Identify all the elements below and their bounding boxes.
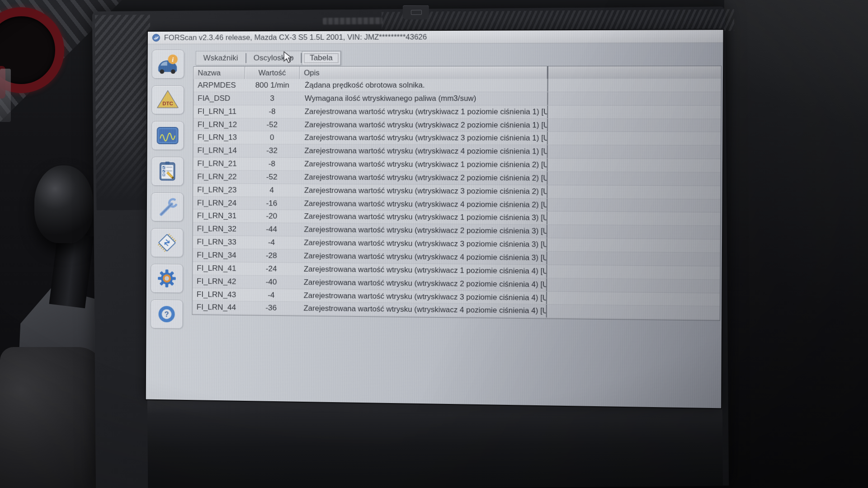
mouse-cursor xyxy=(283,51,295,63)
help-icon: ? xyxy=(155,304,179,325)
cell-filler xyxy=(547,198,720,212)
cell-description: Zarejestrowana wartość wtrysku (wtryskiw… xyxy=(299,236,547,251)
table-row[interactable]: ARPMDES 800 1/min Żądana prędkość obroto… xyxy=(193,79,721,92)
sidebar: i DTC xyxy=(146,44,193,400)
cell-description: Zarejestrowana wartość wtrysku (wtryskiw… xyxy=(299,158,547,171)
cell-filler xyxy=(546,252,720,266)
cell-name: ARPMDES xyxy=(193,79,245,92)
chip-icon xyxy=(155,232,179,253)
cell-filler xyxy=(547,211,720,225)
cell-name: FI_LRN_41 xyxy=(193,262,244,275)
sidebar-item-help[interactable]: ? xyxy=(151,300,183,329)
cell-value: -52 xyxy=(245,118,299,131)
sidebar-item-tests[interactable] xyxy=(151,157,184,186)
car-interior-right xyxy=(724,0,868,488)
app-body: i DTC xyxy=(146,43,723,408)
cell-name: FI_LRN_24 xyxy=(193,197,245,210)
cell-name: FI_LRN_43 xyxy=(193,288,244,301)
cell-value: -40 xyxy=(244,275,298,288)
cell-description: Zarejestrowana wartość wtrysku (wtryskiw… xyxy=(299,197,547,211)
oscilloscope-icon xyxy=(156,125,180,146)
tab-wskazniki[interactable]: Wskaźniki xyxy=(196,52,245,65)
cell-filler xyxy=(547,172,720,185)
cell-name: FI_LRN_11 xyxy=(193,105,245,118)
cell-value: -20 xyxy=(244,210,299,223)
cell-description: Zarejestrowana wartość wtrysku (wtryskiw… xyxy=(299,131,547,145)
forscan-logo-icon xyxy=(152,33,160,42)
table-row[interactable]: FIA_DSD 3 Wymagana ilość wtryskiwanego p… xyxy=(193,92,721,106)
dtc-badge: DTC xyxy=(162,101,173,106)
tab-bar: Wskaźniki Oscyloskop Tabela xyxy=(196,51,341,66)
cell-filler xyxy=(547,132,721,145)
cell-name: FI_LRN_21 xyxy=(193,157,245,170)
sidebar-item-oscilloscope[interactable] xyxy=(151,121,184,150)
wrench-icon xyxy=(155,197,179,217)
cell-description: Zarejestrowana wartość wtrysku (wtryskiw… xyxy=(299,171,547,185)
cell-filler xyxy=(547,145,721,159)
cell-filler xyxy=(547,238,720,252)
window-title: FORScan v2.3.46 release, Mazda CX-3 S5 1… xyxy=(164,33,427,42)
cell-filler xyxy=(546,291,720,306)
gear-shifter-knob xyxy=(34,165,93,243)
table-row[interactable]: FI_LRN_12 -52 Zarejestrowana wartość wtr… xyxy=(193,118,721,132)
cell-filler xyxy=(547,79,721,92)
header-nazwa[interactable]: Nazwa xyxy=(193,67,245,79)
table-row[interactable]: FI_LRN_14 -32 Zarejestrowana wartość wtr… xyxy=(193,144,720,159)
cell-value: -44 xyxy=(244,223,299,236)
cell-name: FI_LRN_34 xyxy=(193,249,244,262)
dtc-triangle-icon: DTC xyxy=(156,89,180,110)
cell-name: FIA_DSD xyxy=(193,92,245,105)
cell-description: Zarejestrowana wartość wtrysku (wtryskiw… xyxy=(299,263,547,277)
cell-name: FI_LRN_22 xyxy=(193,170,245,183)
header-filler xyxy=(547,66,721,79)
cell-value: 800 1/min xyxy=(245,79,300,92)
cell-name: FI_LRN_32 xyxy=(193,223,245,236)
cell-description: Zarejestrowana wartość wtrysku (wtryskiw… xyxy=(298,302,546,318)
bezel-texture-left xyxy=(95,15,151,211)
cell-name: FI_LRN_42 xyxy=(193,275,244,288)
cell-value: -52 xyxy=(245,171,299,184)
window-titlebar: FORScan v2.3.46 release, Mazda CX-3 S5 1… xyxy=(148,30,723,44)
main-area: Wskaźniki Oscyloskop Tabela Nazwa Wartoś… xyxy=(191,43,723,408)
cell-filler xyxy=(547,225,720,239)
cell-filler xyxy=(547,119,721,132)
cell-name: FI_LRN_33 xyxy=(193,236,244,249)
table-header: Nazwa Wartość Opis xyxy=(193,66,721,80)
cell-description: Zarejestrowana wartość wtrysku (wtryskiw… xyxy=(298,289,546,305)
cell-filler xyxy=(546,305,720,319)
sidebar-item-settings[interactable] xyxy=(151,264,183,293)
cell-value: -28 xyxy=(244,249,299,262)
driver-seat xyxy=(0,347,105,488)
bezel-logo xyxy=(323,17,382,24)
cell-description: Zarejestrowana wartość wtrysku (wtryskiw… xyxy=(299,276,547,291)
cell-value: -4 xyxy=(244,236,299,249)
sidebar-item-dtc[interactable]: DTC xyxy=(151,85,184,114)
cell-description: Zarejestrowana wartość wtrysku (wtryskiw… xyxy=(299,210,547,225)
laptop-screen: FORScan v2.3.46 release, Mazda CX-3 S5 1… xyxy=(145,29,724,409)
gear-icon xyxy=(155,268,179,289)
cell-filler xyxy=(547,92,721,105)
cell-filler xyxy=(546,278,720,293)
sidebar-item-vehicle-info[interactable]: i xyxy=(151,50,184,79)
cell-value: -8 xyxy=(245,105,299,118)
door-reflection xyxy=(0,69,11,122)
table-row[interactable]: FI_LRN_11 -8 Zarejestrowana wartość wtry… xyxy=(193,105,721,119)
table-row[interactable]: FI_LRN_13 0 Zarejestrowana wartość wtrys… xyxy=(193,131,721,146)
cell-value: -8 xyxy=(245,158,299,170)
sidebar-item-service[interactable] xyxy=(151,192,184,221)
cell-name: FI_LRN_31 xyxy=(193,210,245,223)
cell-name: FI_LRN_14 xyxy=(193,144,245,157)
header-wartosc[interactable]: Wartość xyxy=(245,67,300,79)
tab-tabela[interactable]: Tabela xyxy=(302,51,341,65)
help-badge: ? xyxy=(165,310,169,318)
cell-description: Wymagana ilość wtryskiwanego paliwa (mm3… xyxy=(300,92,547,105)
sidebar-item-configuration[interactable] xyxy=(151,228,183,258)
cell-description: Żądana prędkość obrotowa solnika. xyxy=(300,79,547,91)
cell-filler xyxy=(547,185,720,199)
header-opis[interactable]: Opis xyxy=(300,66,547,79)
cell-value: -32 xyxy=(245,145,299,157)
car-info-icon: i xyxy=(156,54,180,75)
cell-description: Zarejestrowana wartość wtrysku (wtryskiw… xyxy=(300,105,547,118)
table-row[interactable]: FI_LRN_21 -8 Zarejestrowana wartość wtry… xyxy=(193,157,720,172)
cell-filler xyxy=(547,105,721,118)
